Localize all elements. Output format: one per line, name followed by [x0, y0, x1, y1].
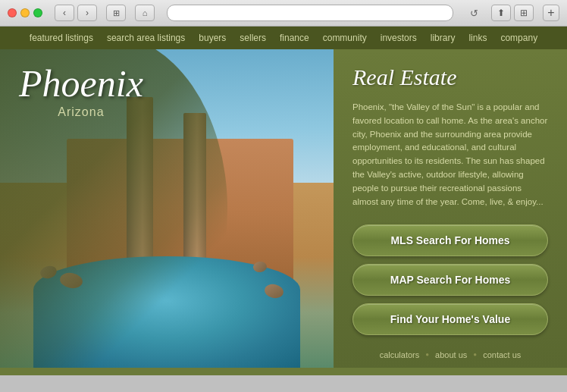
contact-link[interactable]: contact us — [483, 350, 521, 359]
close-button[interactable] — [8, 8, 17, 17]
browser-titlebar: ‹ › ⊞ ⌂ ↺ ⬆ ⊞ + — [0, 0, 567, 26]
browser-navigation: ‹ › — [55, 5, 97, 21]
description-paragraph: Phoenix, "the Valley of the Sun" is a po… — [352, 101, 548, 209]
view-button[interactable]: ⊞ — [106, 5, 126, 21]
address-bar[interactable] — [167, 5, 453, 21]
home-value-button[interactable]: Find Your Home's Value — [352, 303, 548, 335]
footer-dot-2: ● — [473, 351, 477, 358]
browser-window-controls — [8, 8, 42, 17]
back-button[interactable]: ‹ — [55, 5, 74, 21]
reload-button[interactable]: ↺ — [465, 5, 482, 21]
footer-dot-1: ● — [425, 351, 429, 358]
hero-image-area: Phoenix Arizona — [0, 49, 334, 368]
main-content: Phoenix Arizona Real Estate Phoenix, "th… — [0, 49, 567, 368]
city-title-overlay: Phoenix Arizona — [19, 64, 143, 119]
new-tab-button[interactable]: ⊞ — [514, 5, 534, 21]
nav-company[interactable]: company — [500, 33, 537, 43]
nav-links[interactable]: links — [468, 33, 487, 43]
state-name: Arizona — [19, 105, 143, 119]
nav-finance[interactable]: finance — [280, 33, 309, 43]
minimize-button[interactable] — [20, 8, 30, 17]
add-tab-button[interactable]: + — [543, 5, 559, 21]
nav-buyers[interactable]: buyers — [199, 33, 226, 43]
right-info-panel: Real Estate Phoenix, "the Valley of the … — [334, 49, 567, 368]
maximize-button[interactable] — [33, 8, 42, 17]
about-link[interactable]: about us — [435, 350, 467, 359]
footer-links: calculators ● about us ● contact us — [352, 343, 548, 359]
nav-sellers[interactable]: sellers — [240, 33, 266, 43]
browser-action-buttons: ⬆ ⊞ — [491, 5, 534, 21]
nav-investors[interactable]: investors — [381, 33, 417, 43]
forward-button[interactable]: › — [77, 5, 97, 21]
nav-featured-listings[interactable]: featured listings — [30, 33, 93, 43]
city-name: Phoenix — [19, 64, 143, 102]
browser-chrome: ‹ › ⊞ ⌂ ↺ ⬆ ⊞ + — [0, 0, 567, 27]
mls-search-button[interactable]: MLS Search For Homes — [352, 224, 548, 256]
map-search-button[interactable]: MAP Search For Homes — [352, 264, 548, 296]
section-title: Real Estate — [352, 64, 548, 90]
nav-library[interactable]: library — [431, 33, 456, 43]
nav-community[interactable]: community — [323, 33, 367, 43]
calculators-link[interactable]: calculators — [380, 350, 420, 359]
nav-search-area-listings[interactable]: search area listings — [107, 33, 185, 43]
navigation-bar: featured listings search area listings b… — [0, 27, 567, 49]
share-button[interactable]: ⬆ — [491, 5, 511, 21]
home-button[interactable]: ⌂ — [135, 5, 155, 21]
website-content: featured listings search area listings b… — [0, 27, 567, 375]
